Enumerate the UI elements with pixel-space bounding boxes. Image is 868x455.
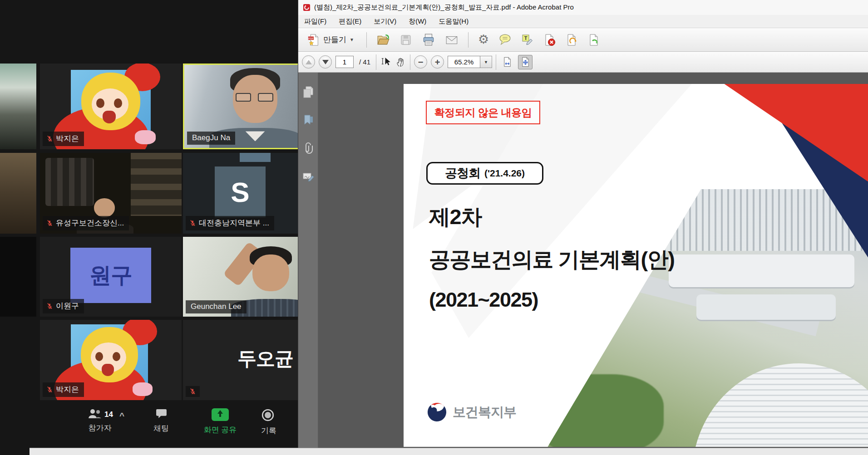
zoom-in-button[interactable]: + bbox=[431, 55, 444, 68]
participant-name: 유성구보건소장신... bbox=[43, 216, 129, 230]
bookmarks-icon[interactable] bbox=[301, 113, 315, 127]
page-number-input[interactable] bbox=[335, 56, 354, 68]
participant-name bbox=[186, 386, 200, 397]
acrobat-nav-rail bbox=[298, 73, 318, 455]
participant-name-label: 대전충남지역본부 ... bbox=[199, 218, 269, 228]
zoom-level-input[interactable]: 65.2% bbox=[448, 56, 480, 68]
record-label: 기록 bbox=[261, 426, 276, 436]
participant-name: 이원구 bbox=[43, 299, 84, 313]
settings-gear-icon[interactable]: ⚙ bbox=[478, 34, 489, 46]
muted-mic-icon bbox=[46, 386, 53, 393]
menu-help[interactable]: 도움말(H) bbox=[439, 17, 469, 26]
video-tile-partial-3[interactable] bbox=[0, 237, 36, 317]
video-tile-parkjieun-1[interactable]: 박지은 bbox=[40, 64, 182, 149]
draft-notice-box: 확정되지 않은 내용임 bbox=[426, 101, 540, 124]
zoom-dropdown-button[interactable]: ▼ bbox=[480, 56, 492, 68]
video-tile-leewongu[interactable]: 원구 이원구 bbox=[40, 237, 182, 317]
share-screen-button[interactable]: 화면 공유 bbox=[191, 408, 250, 435]
zoom-meeting-window: 박지은 BaegJu Na 유성구보건소장신... S 대전충 bbox=[0, 0, 300, 455]
hearing-badge-title: 공청회 bbox=[445, 165, 480, 181]
participants-icon bbox=[87, 408, 102, 419]
muted-mic-icon bbox=[189, 220, 196, 226]
zoom-bottom-toolbar: 14 참가자 ^ 채팅 화면 공유 기록 bbox=[0, 404, 300, 448]
text-avatar: 원구 bbox=[70, 248, 151, 303]
save-icon[interactable] bbox=[399, 34, 412, 46]
video-tile-yuseong[interactable]: 유성구보건소장신... bbox=[40, 153, 182, 234]
zoom-level-control: 65.2% ▼ bbox=[448, 56, 492, 68]
fit-page-button[interactable] bbox=[518, 55, 533, 69]
svg-text:T: T bbox=[524, 35, 528, 41]
record-button[interactable]: 기록 bbox=[261, 408, 297, 436]
menu-view[interactable]: 보기(V) bbox=[374, 17, 396, 26]
zoom-out-button[interactable]: − bbox=[414, 55, 427, 68]
chat-label: 채팅 bbox=[153, 423, 169, 434]
participant-name: 박지은 bbox=[43, 382, 84, 397]
acrobat-pdf-icon bbox=[303, 4, 311, 11]
minus-icon: − bbox=[418, 58, 424, 67]
window-title: (별첨)_제2차_공공보건의료_기본계획(안)_공청회_발표_자료.pdf - … bbox=[314, 3, 574, 12]
fit-width-button[interactable] bbox=[500, 55, 514, 69]
acrobat-main-toolbar: PDF 만들기 ▼ ⚙ T bbox=[298, 28, 868, 52]
signatures-icon[interactable] bbox=[301, 170, 315, 183]
participants-caret-icon[interactable]: ^ bbox=[119, 411, 124, 421]
attachments-icon[interactable] bbox=[301, 142, 315, 155]
muted-mic-icon bbox=[46, 220, 53, 226]
participants-button[interactable]: 14 참가자 ^ bbox=[73, 408, 127, 433]
toolbar-separator bbox=[496, 54, 496, 70]
export-page-icon[interactable] bbox=[588, 34, 601, 46]
pdf-page[interactable]: 확정되지 않은 내용임 공청회 ('21.4.26) 제2차 공공보건의료 기본… bbox=[404, 84, 868, 447]
toolbar-separator bbox=[468, 32, 469, 48]
toolbar-separator bbox=[366, 32, 367, 48]
next-page-button[interactable] bbox=[319, 55, 332, 68]
cartoon-avatar bbox=[71, 70, 151, 142]
page-thumbnails-icon[interactable] bbox=[301, 85, 315, 99]
comment-icon[interactable] bbox=[498, 33, 512, 46]
print-icon[interactable] bbox=[422, 33, 435, 47]
hearing-badge: 공청회 ('21.4.26) bbox=[426, 162, 543, 185]
chat-icon bbox=[155, 408, 168, 420]
previous-page-button[interactable] bbox=[302, 55, 315, 68]
hand-tool-icon[interactable] bbox=[395, 56, 406, 68]
acrobat-nav-toolbar: / 41 − + 65.2% ▼ bbox=[298, 52, 868, 73]
display-name-text: 두오균 bbox=[237, 346, 293, 372]
create-pdf-button[interactable]: PDF 만들기 ▼ bbox=[305, 32, 357, 48]
menu-edit[interactable]: 편집(E) bbox=[339, 17, 361, 26]
hearing-badge-date: ('21.4.26) bbox=[484, 168, 525, 179]
open-file-icon[interactable] bbox=[376, 33, 390, 47]
participants-count: 14 bbox=[104, 410, 113, 419]
chat-button[interactable]: 채팅 bbox=[138, 408, 184, 434]
menu-window[interactable]: 창(W) bbox=[409, 17, 426, 26]
fit-page-icon bbox=[520, 56, 531, 68]
participant-name-label: 이원구 bbox=[56, 301, 79, 311]
video-tile-partial-1[interactable] bbox=[0, 64, 36, 149]
screen: 박지은 BaegJu Na 유성구보건소장신... S 대전충 bbox=[0, 0, 868, 455]
delete-pages-icon[interactable] bbox=[543, 34, 556, 46]
windows-taskbar-edge[interactable] bbox=[30, 448, 868, 455]
plus-icon: + bbox=[435, 58, 440, 67]
acrobat-menubar: 파일(F) 편집(E) 보기(V) 창(W) 도움말(H) bbox=[298, 15, 868, 28]
ministry-name: 보건복지부 bbox=[453, 403, 516, 421]
muted-mic-icon bbox=[189, 388, 196, 395]
svg-text:PDF: PDF bbox=[308, 37, 314, 39]
slide-title-line1: 제2차 bbox=[429, 203, 482, 231]
participant-name-label: BaegJu Na bbox=[192, 133, 230, 142]
email-icon[interactable] bbox=[445, 33, 459, 47]
participant-name-label: Geunchan Lee bbox=[191, 302, 242, 311]
ministry-symbol-icon bbox=[426, 401, 448, 423]
participant-name-label: 박지은 bbox=[56, 384, 79, 395]
extract-pages-icon[interactable] bbox=[566, 34, 578, 46]
menu-file[interactable]: 파일(F) bbox=[304, 17, 326, 26]
share-screen-icon bbox=[212, 408, 229, 421]
muted-mic-icon bbox=[46, 303, 53, 309]
highlight-text-icon[interactable]: T bbox=[521, 34, 534, 46]
participant-name: 박지은 bbox=[43, 132, 84, 146]
slide-title-line3: (2021~2025) bbox=[429, 288, 538, 312]
video-tile-partial-2[interactable] bbox=[0, 153, 36, 234]
muted-mic-icon bbox=[46, 135, 53, 142]
select-tool-icon[interactable] bbox=[380, 56, 391, 68]
participant-name: BaegJu Na bbox=[187, 132, 235, 145]
acrobat-titlebar[interactable]: (별첨)_제2차_공공보건의료_기본계획(안)_공청회_발표_자료.pdf - … bbox=[298, 0, 868, 15]
dropdown-icon: ▼ bbox=[484, 60, 488, 64]
video-tile-parkjieun-2[interactable]: 박지은 bbox=[40, 320, 182, 400]
slide-title-line2: 공공보건의료 기본계획(안) bbox=[429, 245, 674, 274]
